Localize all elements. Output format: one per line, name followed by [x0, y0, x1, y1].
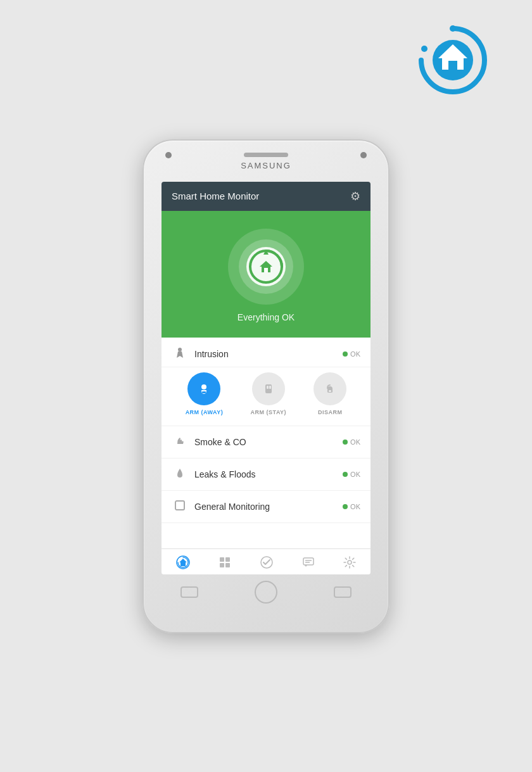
- disarm-label: DISARM: [318, 409, 343, 415]
- smoke-icon: [172, 435, 188, 449]
- svg-rect-11: [202, 391, 206, 393]
- nav-apps[interactable]: [218, 556, 231, 569]
- leaks-status: OK: [343, 471, 360, 478]
- arm-stay-circle[interactable]: [252, 372, 285, 405]
- phone-shell: SAMSUNG Smart Home Monitor ⚙: [142, 139, 390, 633]
- svg-rect-21: [220, 563, 224, 567]
- general-item[interactable]: General Monitoring OK: [162, 491, 370, 523]
- arm-stay-label: ARM (STAY): [251, 409, 287, 415]
- leaks-ok: OK: [350, 471, 360, 478]
- svg-rect-20: [225, 557, 230, 562]
- intrusion-label: Intrusion: [194, 349, 343, 359]
- svg-rect-22: [225, 563, 230, 567]
- intrusion-icon: [172, 346, 188, 362]
- disarm-circle[interactable]: [314, 372, 346, 405]
- arm-buttons: ARM (AWAY) ARM (STAY): [162, 367, 370, 426]
- svg-point-5: [421, 46, 428, 52]
- home-button[interactable]: [255, 581, 277, 604]
- list-section: Intrusion OK: [162, 338, 370, 548]
- app-title: Smart Home Monitor: [172, 191, 259, 201]
- status-area: Everything OK: [162, 211, 370, 338]
- phone-screen: Smart Home Monitor ⚙: [162, 182, 370, 574]
- phone-bottom: [153, 581, 379, 604]
- svg-rect-19: [220, 557, 224, 562]
- intrusion-section: Intrusion OK: [162, 338, 370, 426]
- svg-rect-3: [448, 61, 457, 70]
- nav-check[interactable]: [260, 555, 274, 569]
- status-label: Everything OK: [238, 312, 294, 322]
- svg-rect-15: [329, 390, 331, 392]
- nav-home[interactable]: [176, 555, 190, 569]
- general-label: General Monitoring: [194, 502, 343, 512]
- leaks-item[interactable]: Leaks & Floods OK: [162, 459, 370, 491]
- intrusion-ok: OK: [350, 350, 360, 358]
- smoke-ok: OK: [350, 438, 360, 446]
- nav-chat[interactable]: [302, 556, 315, 569]
- general-icon: [172, 500, 188, 514]
- arm-away-button[interactable]: ARM (AWAY): [186, 372, 224, 415]
- smoke-co-item[interactable]: Smoke & CO OK: [162, 426, 370, 459]
- disarm-button[interactable]: DISARM: [314, 372, 346, 415]
- svg-rect-8: [264, 268, 268, 272]
- settings-icon[interactable]: ⚙: [350, 189, 360, 203]
- smoke-dot: [343, 440, 348, 445]
- status-circle-outer: [228, 229, 304, 305]
- front-camera: [165, 152, 172, 158]
- arm-away-label: ARM (AWAY): [186, 409, 224, 415]
- phone-speaker: [244, 153, 288, 157]
- status-circle-inner: [239, 239, 293, 294]
- general-dot: [343, 504, 348, 509]
- leaks-icon: [172, 467, 188, 481]
- svg-point-4: [450, 25, 456, 32]
- nav-settings[interactable]: [343, 556, 356, 569]
- leaks-label: Leaks & Floods: [194, 469, 343, 479]
- app-header: Smart Home Monitor ⚙: [162, 182, 370, 211]
- svg-rect-14: [269, 386, 271, 389]
- brand-label: SAMSUNG: [241, 161, 291, 170]
- general-status: OK: [343, 503, 360, 510]
- svg-rect-16: [175, 501, 184, 510]
- intrusion-header[interactable]: Intrusion OK: [162, 338, 370, 367]
- bottom-nav: [162, 548, 370, 574]
- recents-button[interactable]: [180, 586, 198, 598]
- smoke-status: OK: [343, 438, 360, 446]
- svg-marker-18: [179, 559, 187, 566]
- arm-away-circle[interactable]: [187, 372, 220, 405]
- svg-rect-12: [265, 384, 272, 393]
- leaks-dot: [343, 472, 348, 477]
- general-ok: OK: [350, 503, 360, 510]
- svg-point-27: [348, 560, 352, 564]
- smartthings-logo: [412, 19, 494, 101]
- svg-point-9: [178, 348, 182, 351]
- smoke-label: Smoke & CO: [194, 437, 343, 447]
- intrusion-dot: [343, 351, 348, 357]
- back-button[interactable]: [334, 586, 352, 598]
- intrusion-status: OK: [343, 350, 360, 358]
- svg-rect-13: [267, 386, 269, 389]
- arm-stay-button[interactable]: ARM (STAY): [251, 372, 287, 415]
- phone-sensor: [360, 152, 367, 158]
- phone-top-bar: [153, 152, 379, 158]
- svg-rect-24: [303, 558, 314, 565]
- status-icon-circle[interactable]: [246, 247, 286, 286]
- svg-point-10: [201, 384, 206, 389]
